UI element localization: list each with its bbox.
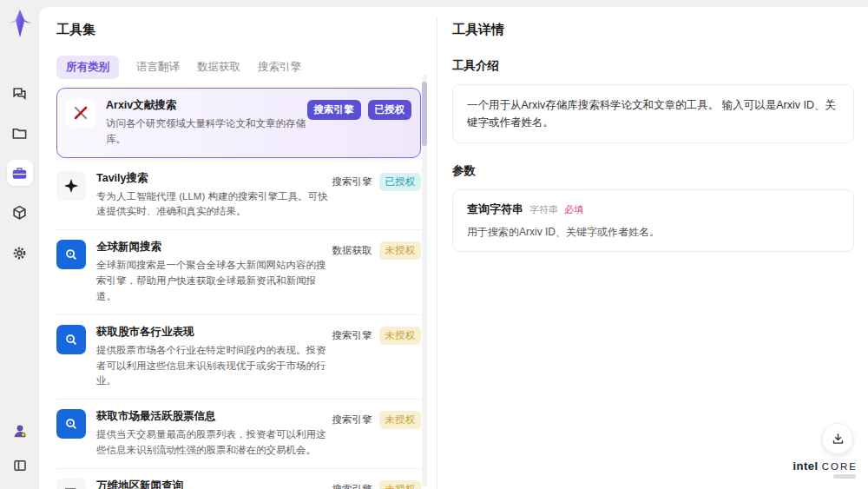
tavily-icon [56,171,86,201]
category-tabs: 所有类别 语言翻译 数据获取 搜索引擎 [56,56,457,79]
chat-icon [11,85,28,102]
sidebar-item-plugins[interactable] [7,200,33,226]
user-avatar[interactable] [7,418,33,444]
tool-desc: 提供当天交易量最高的股票列表，投资者可以利用这些信息来识别流动性强的股票和潜在的… [96,427,332,459]
tool-item-arxiv[interactable]: Arxiv文献搜索 访问各个研究领域大量科学论文和文章的存储库。 搜索引擎 已授… [56,88,421,158]
tool-item-active-stocks[interactable]: 获取市场最活跃股票信息 提供当天交易量最高的股票列表，投资者可以利用这些信息来识… [56,400,421,469]
auth-badge: 已授权 [368,100,412,120]
intro-card: 一个用于从Arxiv存储库搜索科学论文和文章的工具。 输入可以是Arxiv ID… [452,84,854,143]
user-icon [12,423,28,439]
folder-icon [11,125,28,142]
details-title: 工具详情 [452,22,854,38]
download-icon [831,432,845,446]
category-label: 数据获取 [332,244,372,257]
tool-item-tavily[interactable]: Tavily搜索 专为人工智能代理 (LLM) 构建的搜索引擎工具。可快速提供实… [56,162,421,231]
gear-icon [11,245,28,261]
scrollbar-thumb[interactable] [422,82,427,146]
auth-badge: 未授权 [379,327,422,345]
auth-badge: 已授权 [379,173,422,191]
tool-name: 获取股市各行业表现 [96,325,332,340]
app-rail [0,0,39,489]
panel-toggle-icon [12,458,28,473]
sidebar-item-settings[interactable] [7,240,33,266]
market-search-icon [56,325,86,354]
sidebar-item-chat[interactable] [7,80,33,106]
package-icon [11,205,28,221]
intel-wordmark: intel [792,459,818,472]
intro-section-title: 工具介绍 [452,58,854,74]
param-name: 查询字符串 [467,202,523,217]
tool-name: 获取市场最活跃股票信息 [96,409,332,424]
tool-name: 万维地区新闻查询 [96,479,332,489]
category-badge: 搜索引擎 [307,100,361,120]
tool-item-sector-performance[interactable]: 获取股市各行业表现 提供股票市场各个行业在特定时间段内的表现。投资者可以利用这些… [56,315,421,400]
param-required-flag: 必填 [564,203,583,216]
list-scrollbar[interactable] [422,75,427,487]
tab-all-categories[interactable]: 所有类别 [56,56,119,79]
main-content: 工具集 所有类别 语言翻译 数据获取 搜索引擎 Arxiv文献搜索 访问各个研究… [39,7,868,489]
arxiv-icon [66,98,95,128]
toolbox-icon [11,165,28,182]
app-logo-icon [7,9,33,38]
stock-search-icon [56,409,86,439]
param-card: 查询字符串 字符串 必填 用于搜索的Arxiv ID、关键字或作者姓名。 [452,189,854,252]
core-wordmark: CORE [822,461,858,472]
news-search-icon [56,240,86,269]
toolset-pane: 工具集 所有类别 语言翻译 数据获取 搜索引擎 Arxiv文献搜索 访问各个研究… [56,7,457,489]
tool-item-global-news[interactable]: 全球新闻搜索 全球新闻搜索是一个聚合全球各大新闻网站内容的搜索引擎，帮助用户快速… [56,230,421,314]
sidebar-item-files[interactable] [7,120,33,146]
tool-desc: 全球新闻搜索是一个聚合全球各大新闻网站内容的搜索引擎，帮助用户快速获取全球最新资… [96,258,332,304]
tool-desc: 访问各个研究领域大量科学论文和文章的存储库。 [106,116,307,148]
category-label: 搜索引擎 [332,413,372,426]
page-title: 工具集 [56,22,457,38]
tool-desc: 专为人工智能代理 (LLM) 构建的搜索引擎工具。可快速提供实时、准确和真实的结… [96,189,332,221]
param-type: 字符串 [529,203,558,216]
tool-details-pane: 工具详情 工具介绍 一个用于从Arxiv存储库搜索科学论文和文章的工具。 输入可… [452,7,854,489]
intro-text: 一个用于从Arxiv存储库搜索科学论文和文章的工具。 输入可以是Arxiv ID… [467,96,839,131]
category-label: 搜索引擎 [332,329,372,342]
params-section-title: 参数 [452,163,854,179]
sidebar-item-toolbox[interactable] [7,160,33,186]
tab-language-translation[interactable]: 语言翻译 [136,56,180,79]
category-label: 搜索引擎 [332,483,372,489]
auth-badge: 未授权 [379,241,422,260]
category-label: 搜索引擎 [332,175,372,188]
tool-name: 全球新闻搜索 [96,240,332,254]
intel-core-logo: intel CORE [792,460,858,479]
tool-list: Arxiv文献搜索 访问各个研究领域大量科学论文和文章的存储库。 搜索引擎 已授… [56,88,421,489]
tool-name: Arxiv文献搜索 [106,98,307,113]
collapse-sidebar-button[interactable] [7,453,33,479]
auth-badge: 未授权 [379,480,422,489]
tab-search-engine[interactable]: 搜索引擎 [258,56,301,79]
download-button[interactable] [822,423,853,454]
auth-badge: 未授权 [379,411,422,429]
tab-data-acquisition[interactable]: 数据获取 [197,56,240,79]
tool-desc: 提供股票市场各个行业在特定时间段内的表现。投资者可以利用这些信息来识别表现优于或… [96,343,332,389]
pane-divider [437,17,437,489]
intel-sub-badge [833,474,856,479]
tool-item-regional-news[interactable]: 万维地区新闻查询 查询具体行政区划内的新闻，快速了解各地新闻动态。 搜索引擎 未… [56,469,421,489]
param-desc: 用于搜索的Arxiv ID、关键字或作者姓名。 [467,225,839,240]
tool-name: Tavily搜索 [96,171,332,186]
newspaper-icon [56,479,86,489]
